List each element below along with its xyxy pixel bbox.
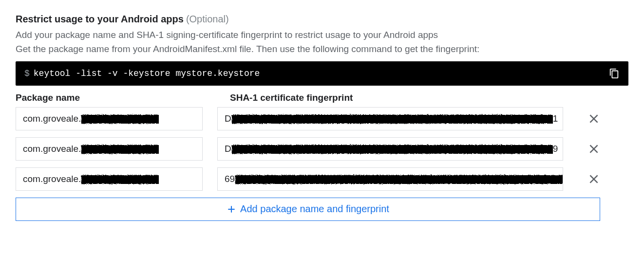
add-package-button[interactable]: Add package name and fingerprint: [16, 198, 600, 221]
col-header-package: Package name: [16, 92, 215, 103]
svg-rect-1: [231, 114, 553, 123]
package-name-input[interactable]: com.groveale.: [16, 107, 203, 130]
redacted-text: [81, 144, 159, 154]
fp-prefix: D: [225, 144, 231, 154]
copy-icon[interactable]: [609, 68, 620, 79]
fingerprint-input[interactable]: 69: [217, 167, 563, 191]
fp-suffix: 9: [553, 144, 558, 154]
fingerprint-input[interactable]: D 1: [217, 107, 563, 130]
code-text: $keytool -list -v -keystore mystore.keys…: [24, 69, 260, 78]
redacted-text: [231, 144, 553, 154]
close-icon[interactable]: [587, 112, 600, 126]
redacted-text: [235, 174, 563, 184]
package-prefix: com.groveale.: [23, 113, 81, 124]
package-name-input[interactable]: com.groveale.: [16, 167, 203, 191]
svg-rect-5: [231, 145, 553, 153]
close-icon[interactable]: [587, 172, 600, 186]
svg-rect-0: [81, 114, 159, 123]
heading-optional: (Optional): [186, 14, 229, 24]
fp-suffix: 1: [553, 113, 558, 124]
description-line-2: Get the package name from your AndroidMa…: [16, 42, 628, 56]
redacted-text: [81, 174, 159, 184]
close-icon[interactable]: [587, 142, 600, 156]
svg-rect-4: [81, 145, 159, 153]
package-name-input[interactable]: com.groveale.: [16, 137, 203, 161]
section-heading: Restrict usage to your Android apps (Opt…: [16, 14, 628, 25]
plus-icon: [227, 204, 236, 214]
heading-title: Restrict usage to your Android apps: [16, 14, 184, 24]
table-header: Package name SHA-1 certificate fingerpri…: [16, 92, 600, 103]
code-command: keytool -list -v -keystore mystore.keyst…: [34, 69, 260, 78]
apps-table: Package name SHA-1 certificate fingerpri…: [16, 92, 600, 221]
svg-rect-8: [81, 175, 159, 183]
table-row: com.groveale. D 1: [16, 107, 600, 130]
code-prompt: $: [24, 69, 30, 78]
table-row: com.groveale. 69: [16, 167, 600, 191]
code-block: $keytool -list -v -keystore mystore.keys…: [16, 61, 628, 86]
description-line-1: Add your package name and SHA-1 signing-…: [16, 28, 628, 42]
package-prefix: com.groveale.: [23, 144, 81, 154]
fp-prefix: 69: [225, 174, 235, 184]
redacted-text: [81, 113, 159, 124]
table-row: com.groveale. D 9: [16, 137, 600, 161]
package-prefix: com.groveale.: [23, 174, 81, 184]
svg-rect-9: [235, 175, 563, 183]
redacted-text: [231, 113, 553, 124]
fp-prefix: D: [225, 113, 231, 124]
fingerprint-input[interactable]: D 9: [217, 137, 563, 161]
col-header-fingerprint: SHA-1 certificate fingerprint: [230, 92, 600, 103]
add-button-label: Add package name and fingerprint: [240, 203, 389, 215]
